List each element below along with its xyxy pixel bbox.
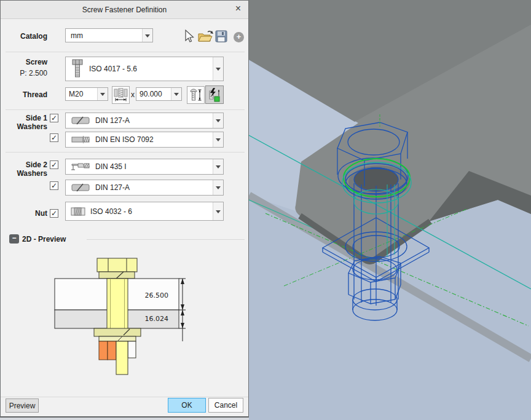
dropdown-arrow-icon[interactable] xyxy=(213,202,223,220)
side2-washer1-select[interactable]: DIN 435 I xyxy=(65,159,224,175)
side1-washer2-value: DIN EN ISO 7092 xyxy=(90,135,223,144)
nut-label: Nut xyxy=(4,209,47,218)
check-icon: ✓ xyxy=(51,160,57,169)
screw-standard: ISO 4017 - 5.6 xyxy=(84,65,223,73)
side1-washer1-checkbox[interactable]: ✓ xyxy=(50,114,58,122)
close-icon[interactable]: × xyxy=(233,3,243,14)
minus-icon: − xyxy=(12,234,16,242)
check-icon: ✓ xyxy=(51,133,57,142)
thread-length-select[interactable]: 90.000 xyxy=(136,87,182,101)
collapse-2d-preview-button[interactable]: − xyxy=(9,234,19,244)
thread-size-select[interactable]: M20 xyxy=(65,87,108,101)
catalog-label: Catalog xyxy=(4,32,47,41)
auto-length-flash-icon xyxy=(207,87,222,102)
dropdown-arrow-icon[interactable] xyxy=(213,57,223,81)
dropdown-arrow-icon[interactable] xyxy=(97,88,108,100)
select-cursor-icon[interactable] xyxy=(183,29,194,43)
check-icon: ✓ xyxy=(51,181,57,190)
dropdown-arrow-icon[interactable] xyxy=(213,180,223,195)
preview-button-label: Preview xyxy=(9,402,36,410)
screw-pitch: P: 2.500 xyxy=(4,69,47,77)
save-icon[interactable] xyxy=(215,30,227,42)
check-icon: ✓ xyxy=(51,209,57,218)
ok-button[interactable]: OK xyxy=(168,398,206,413)
dropdown-arrow-icon[interactable] xyxy=(213,113,223,128)
2d-preview-header: 2D - Preview xyxy=(22,235,66,244)
hex-bolt-icon xyxy=(71,59,84,79)
nut-select[interactable]: ISO 4032 - 6 xyxy=(65,202,224,221)
side1-washer2-checkbox[interactable]: ✓ xyxy=(50,133,58,142)
square-taper-washer-icon xyxy=(71,162,90,172)
check-icon: ✓ xyxy=(51,114,57,122)
auto-update-length-button[interactable] xyxy=(205,85,224,104)
side1-washer1-select[interactable]: DIN 127-A xyxy=(65,113,224,129)
measure-length-button[interactable] xyxy=(187,86,205,104)
side2-label-line1: Side 2 xyxy=(4,160,47,169)
dim-lower-plate: 16.024 xyxy=(145,315,169,323)
dropdown-arrow-icon[interactable] xyxy=(171,88,181,100)
catalog-value: mm xyxy=(66,31,152,40)
screw-fastener-dialog: Screw Fastener Definition × Catalog mm xyxy=(0,0,249,418)
dialog-title: Screw Fastener Definition xyxy=(1,6,248,14)
side2-label-line2: Washers xyxy=(4,169,47,178)
split-washer-icon xyxy=(71,183,90,192)
dropdown-arrow-icon[interactable] xyxy=(142,29,152,42)
side2-washer2-checkbox[interactable]: ✓ xyxy=(50,181,58,190)
side2-washer1-value: DIN 435 I xyxy=(90,162,223,171)
screw-standard-select[interactable]: ISO 4017 - 5.6 xyxy=(65,57,224,81)
app-window: Screw Fastener Definition × Catalog mm xyxy=(0,0,531,420)
thread-diameter-icon xyxy=(114,88,128,102)
preview-button[interactable]: Preview xyxy=(6,398,39,413)
side1-label-line2: Washers xyxy=(4,122,47,131)
side1-washer2-select[interactable]: DIN EN ISO 7092 xyxy=(65,132,224,148)
screw-label: Screw xyxy=(4,58,47,66)
nut-standard: ISO 4032 - 6 xyxy=(85,207,223,216)
catalog-select[interactable]: mm xyxy=(65,28,153,42)
screw-length-icon xyxy=(189,88,203,102)
dropdown-arrow-icon[interactable] xyxy=(213,132,223,147)
ok-button-label: OK xyxy=(181,401,192,410)
split-washer-icon xyxy=(71,116,90,125)
3d-viewport[interactable] xyxy=(249,0,531,420)
dialog-titlebar[interactable]: Screw Fastener Definition × xyxy=(1,1,248,19)
side2-washer2-value: DIN 127-A xyxy=(90,183,223,192)
thread-label: Thread xyxy=(4,90,47,99)
2d-preview-drawing: 26.500 16.024 xyxy=(37,248,191,390)
open-folder-icon[interactable] xyxy=(198,30,214,42)
thread-diameter-button[interactable] xyxy=(112,86,130,104)
cancel-button-label: Cancel xyxy=(214,401,237,410)
side2-washer2-select[interactable]: DIN 127-A xyxy=(65,180,224,196)
side2-washer1-checkbox[interactable]: ✓ xyxy=(50,160,58,169)
hex-nut-icon xyxy=(71,207,85,216)
dropdown-arrow-icon[interactable] xyxy=(213,159,223,174)
side1-label-line1: Side 1 xyxy=(4,114,47,122)
side1-washer1-value: DIN 127-A xyxy=(90,116,223,125)
cancel-button[interactable]: Cancel xyxy=(208,398,243,413)
add-catalog-button[interactable]: + xyxy=(234,32,244,42)
plain-washer-icon xyxy=(71,135,90,144)
dim-upper-plate: 26.500 xyxy=(145,291,169,299)
nut-checkbox[interactable]: ✓ xyxy=(50,209,58,218)
thread-multiply: x xyxy=(131,90,135,99)
